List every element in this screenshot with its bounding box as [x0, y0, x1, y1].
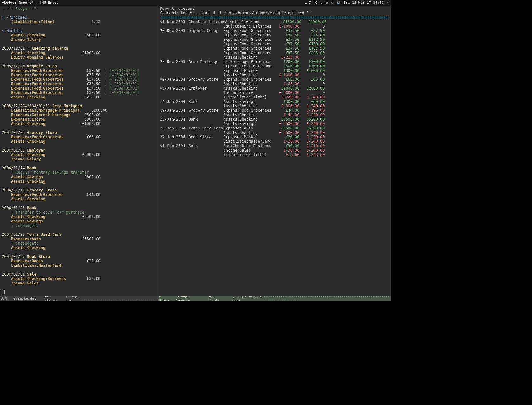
report-date [160, 24, 189, 28]
report-row: 27-Jan-2004Book StoreExpenses:Books£20.0… [160, 135, 389, 139]
ml-status: -U:@%%- [159, 296, 172, 301]
report-row: Expenses:Escrow£300.00£1000.00 [160, 68, 389, 73]
posting-account: Assets:Checking [11, 51, 45, 55]
report-amount: £-44.00 [274, 113, 300, 117]
report-payee: Book Store [189, 135, 224, 139]
report-payee [189, 33, 224, 37]
ml-modes: (Ledger Report yas) [232, 296, 264, 301]
ml-status: -U:@--- [1, 296, 9, 301]
posting-account: Assets:Savings [11, 175, 43, 179]
report-account: Assets:Savings [224, 99, 274, 104]
report-amount: £200.00 [274, 59, 300, 64]
report-account: Exp:Interest:Mortgage [224, 64, 274, 68]
report-account: (Liabilities:Tithe) [224, 95, 274, 99]
posting-amount: £300.00 [75, 117, 100, 122]
report-command: Command: ledger --sort d -f /home/borbus… [160, 11, 311, 15]
network-icon[interactable]: ⇅ [331, 1, 333, 5]
report-payee [189, 130, 224, 135]
report-amount: £-30.00 [274, 148, 300, 153]
modeline-left[interactable]: -U:@--- example.dat All (64,0) (Ledger y… [0, 296, 158, 301]
posting-amount: £500.00 [75, 113, 100, 117]
report-payee: Tom's Used Cars [189, 126, 224, 130]
report-date [160, 90, 189, 95]
report-row: 28-Dec-2003Acme MortgageLi:Mortgage:Prin… [160, 59, 389, 64]
posting-note: ; [=2004/04/01] [105, 82, 139, 86]
report-amount: £-20.00 [274, 139, 300, 144]
report-row: 14-Jan-2004BankAssets:Savings£300.00£60.… [160, 99, 389, 104]
report-amount: £37.50 [274, 28, 300, 33]
report-amount: £-1000.00 [274, 24, 300, 28]
report-account: Expens:Food:Groceries [224, 42, 274, 46]
systray: ☁ 7 °C ↻ ✉ ⇅ 🔊 Fri 15 Mar 17:11:19 ☼ [305, 1, 389, 5]
report-balance: £-220.00 [300, 135, 325, 139]
report-payee: Checking balance [189, 20, 225, 24]
posting-amount: £2000.00 [75, 153, 100, 157]
mail-icon[interactable]: ✉ [326, 1, 328, 5]
tx-date: 2003/12/28=2004/01/01 [2, 104, 50, 108]
report-date [160, 42, 189, 46]
refresh-icon[interactable]: ↻ [320, 1, 323, 5]
report-account: Income:Sales [224, 148, 274, 153]
report-date: 28-Dec-2003 [160, 59, 189, 64]
posting-account: Expenses:Interest:Mortgage [11, 113, 71, 117]
report-payee [189, 148, 224, 153]
report-account: Liabilitie:MasterCard [224, 139, 274, 144]
report-balance: £-196.00 [300, 108, 325, 113]
report-account: Expenses:Escrow [224, 68, 274, 73]
tx-payee: Checking balance [32, 46, 68, 51]
report-amount: £37.50 [274, 42, 300, 46]
posting-amount: £500.00 [75, 33, 100, 37]
buffer-example-dat[interactable]: ; -*- ledger -*- = /^Income/ (Liabilitie… [0, 6, 158, 296]
posting-account: Assets:Checking [11, 197, 45, 201]
report-amount: £500.00 [274, 64, 300, 68]
posting-note: ; [=2004/05/01] [105, 86, 139, 90]
buffer-ledger-report[interactable]: Report: account Command: ledger --sort d… [158, 6, 391, 296]
posting-note: ; [=2004/02/01] [105, 73, 139, 77]
weather-text: 7 °C [309, 1, 317, 5]
report-amount: £-1000.00 [274, 73, 300, 77]
posting-amount: £200.00 [82, 108, 107, 113]
report-date: 01-Feb-2004 [160, 144, 189, 148]
settings-icon[interactable]: ☼ [387, 1, 389, 5]
report-row: Income:Salary£-2000.000 [160, 90, 389, 95]
report-amount: £37.50 [274, 46, 300, 51]
report-payee [189, 95, 224, 99]
ml-buffer-name: *Ledger Report* [176, 296, 201, 301]
periodic-head: ~ Monthly [2, 28, 22, 33]
report-account: Assets:Checking [224, 117, 274, 122]
tx-comment: ; Transfer to cover car purchase [11, 210, 84, 215]
report-account: Ass:Checking:Business [224, 144, 274, 148]
report-date: 20-Dec-2003 [160, 28, 189, 33]
report-balance: £112.50 [300, 37, 325, 42]
tx-date: 2004/02/01 [2, 272, 25, 277]
report-account: Expens:Food:Groceries [224, 33, 274, 37]
modeline-right[interactable]: -U:@%%- *Ledger Report* All (4,0) (Ledge… [158, 296, 391, 301]
report-balance: £2000.00 [300, 86, 325, 90]
report-date [160, 139, 189, 144]
volume-icon[interactable]: 🔊 [336, 1, 341, 5]
report-payee [189, 51, 224, 55]
report-date [160, 113, 189, 117]
posting-account: Liabilities:Mortgage:Principal [11, 108, 80, 113]
report-row: 02-Jan-2004Grocery StoreExpens:Food:Groc… [160, 77, 389, 82]
report-balance: £-240.00 [300, 139, 325, 144]
posting-amount: £37.50 [75, 90, 100, 95]
posting-amount: £37.50 [75, 73, 100, 77]
posting-account: Expenses:Food:Groceries [11, 192, 64, 197]
pane-right[interactable]: Report: account Command: ledger --sort d… [158, 6, 391, 301]
report-balance: £-243.60 [300, 153, 325, 157]
report-date [160, 153, 189, 157]
report-balance: £-240.00 [300, 95, 325, 99]
pane-left[interactable]: ; -*- ledger -*- = /^Income/ (Liabilitie… [0, 6, 158, 301]
report-payee: Bank [189, 117, 224, 122]
report-date: 19-Jan-2004 [160, 108, 189, 113]
posting-comment: ; :nobudget: [11, 241, 39, 246]
ml-position: All (4,0) [209, 296, 224, 301]
report-account: Assets:Checking [224, 86, 274, 90]
window-title: *Ledger Report* - GNU Emacs [2, 1, 59, 5]
report-balance: £-240.00 [300, 113, 325, 117]
report-amount: £-2000.00 [274, 90, 300, 95]
report-row: 01-Feb-2004SaleAss:Checking:Business£30.… [160, 144, 389, 148]
posting-account: (Liabilities:Tithe) [11, 20, 54, 24]
posting-amount: £37.50 [75, 86, 100, 90]
